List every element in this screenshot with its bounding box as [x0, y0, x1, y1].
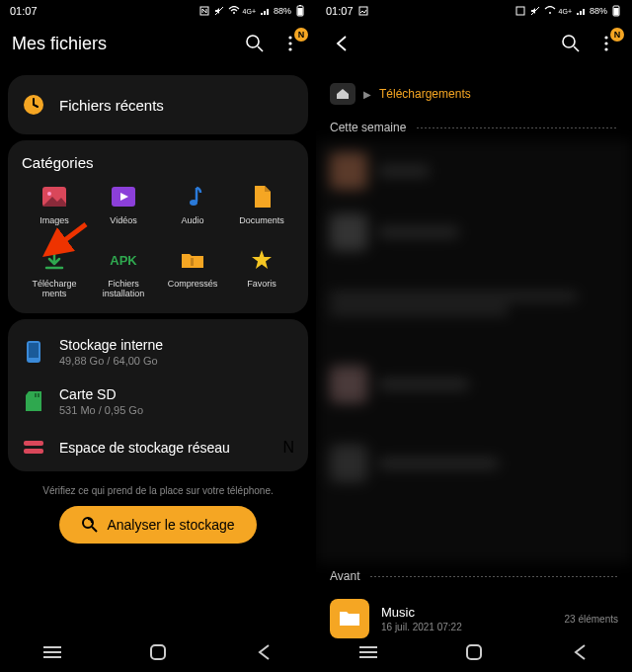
downloads-label: Téléchargements: [32, 280, 76, 299]
svg-line-25: [92, 527, 97, 532]
chevron-right-icon: ▶: [363, 89, 371, 100]
svg-point-34: [549, 12, 551, 14]
categories-title: Catégories: [22, 154, 294, 171]
recent-files-card[interactable]: Fichiers récents: [8, 75, 308, 134]
menu-button[interactable]: N: [592, 30, 620, 57]
file-count: 23 éléments: [565, 614, 618, 625]
navbar: [316, 632, 632, 672]
phone-icon: [22, 340, 45, 364]
svg-point-40: [604, 42, 607, 44]
svg-rect-20: [35, 393, 37, 397]
network-label: 4G+: [243, 8, 256, 15]
battery-pct: 88%: [590, 6, 607, 16]
category-videos[interactable]: Vidéos: [91, 183, 156, 236]
svg-line-38: [574, 46, 579, 51]
section-before: Avant: [316, 563, 632, 589]
category-favorites[interactable]: Favoris: [229, 246, 294, 299]
status-bar: 01:07 4G+ 88%: [0, 0, 316, 22]
svg-rect-21: [38, 393, 40, 397]
navbar: [0, 632, 316, 672]
svg-point-15: [190, 200, 198, 206]
screen-left: 01:07 4G+ 88% Mes fichiers: [0, 0, 316, 672]
mute-icon: [529, 5, 541, 17]
search-button[interactable]: [241, 30, 269, 57]
mute-icon: [213, 5, 225, 17]
breadcrumb: ▶ Téléchargements: [316, 69, 632, 115]
svg-point-2: [233, 12, 235, 14]
svg-rect-4: [298, 8, 303, 16]
svg-line-7: [258, 46, 263, 51]
clock-icon: [22, 93, 45, 117]
analyze-label: Analyser le stockage: [107, 517, 234, 533]
battery-pct: 88%: [274, 6, 291, 16]
svg-rect-19: [29, 343, 39, 358]
svg-point-39: [604, 36, 607, 39]
nav-back[interactable]: [253, 641, 275, 663]
blurred-file-list: [316, 140, 632, 563]
screen-right: 01:07 4G+ 88% N ▶: [316, 0, 632, 672]
category-downloads[interactable]: Téléchargements: [22, 246, 87, 299]
page-title: Mes fichiers: [12, 34, 233, 54]
breadcrumb-home[interactable]: [330, 83, 356, 105]
category-audio[interactable]: Audio: [160, 183, 225, 236]
status-bar: 01:07 4G+ 88%: [316, 0, 632, 22]
nav-home[interactable]: [147, 641, 169, 663]
svg-point-13: [47, 192, 51, 196]
battery-icon: [294, 5, 306, 17]
file-name: Music: [381, 605, 553, 620]
recent-files-label: Fichiers récents: [59, 97, 294, 114]
svg-rect-17: [191, 258, 194, 266]
svg-point-9: [288, 42, 291, 44]
categories-card: Catégories Images Vidéos Audio: [8, 140, 308, 313]
screenshot-icon: [357, 5, 369, 17]
svg-rect-36: [614, 8, 619, 16]
storage-network[interactable]: Espace de stockage réseau N: [22, 426, 294, 463]
svg-rect-22: [24, 441, 43, 446]
analyze-storage-button[interactable]: Analyser le stockage: [59, 506, 257, 544]
video-icon: [110, 183, 137, 210]
signal-icon: [575, 5, 587, 17]
document-icon: [248, 183, 276, 210]
header: N: [316, 22, 632, 69]
breadcrumb-current[interactable]: Téléchargements: [379, 87, 471, 101]
nav-recents[interactable]: [41, 641, 63, 663]
wifi-icon: [228, 5, 240, 17]
svg-point-41: [604, 47, 607, 50]
category-compressed[interactable]: Compressés: [160, 246, 225, 299]
analyze-icon: [81, 516, 99, 534]
category-images[interactable]: Images: [22, 183, 87, 236]
section-this-week: Cette semaine: [316, 115, 632, 140]
storage-internal[interactable]: Stockage interne 49,88 Go / 64,00 Go: [22, 327, 294, 377]
category-apk[interactable]: APK Fichiers installation: [91, 246, 156, 299]
nav-home[interactable]: [463, 641, 485, 663]
menu-badge: N: [610, 28, 624, 42]
svg-rect-32: [516, 7, 524, 15]
image-icon: [40, 183, 68, 210]
svg-rect-23: [24, 449, 43, 454]
svg-rect-30: [151, 645, 165, 659]
search-button[interactable]: [557, 30, 585, 57]
menu-badge: N: [294, 28, 308, 42]
svg-rect-45: [467, 645, 481, 659]
menu-button[interactable]: N: [276, 30, 304, 57]
storage-network-badge: N: [282, 439, 294, 457]
svg-point-10: [288, 47, 291, 50]
audio-icon: [179, 183, 206, 210]
nav-recents[interactable]: [357, 641, 379, 663]
storage-card: Stockage interne 49,88 Go / 64,00 Go Car…: [8, 319, 308, 471]
status-time: 01:07: [326, 5, 354, 17]
signal-icon: [259, 5, 271, 17]
category-documents[interactable]: Documents: [229, 183, 294, 236]
file-date: 16 juil. 2021 07:22: [381, 622, 553, 632]
svg-point-37: [563, 36, 575, 47]
sd-icon: [22, 389, 45, 413]
storage-tip: Vérifiez ce qui prend de la place sur vo…: [12, 485, 304, 496]
header: Mes fichiers N: [0, 22, 316, 69]
back-button[interactable]: [328, 30, 356, 57]
nav-back[interactable]: [569, 641, 591, 663]
svg-rect-5: [299, 5, 301, 6]
storage-sd[interactable]: Carte SD 531 Mo / 0,95 Go: [22, 377, 294, 426]
star-icon: [248, 246, 276, 274]
status-time: 01:07: [10, 5, 38, 17]
apk-icon: APK: [110, 246, 137, 274]
